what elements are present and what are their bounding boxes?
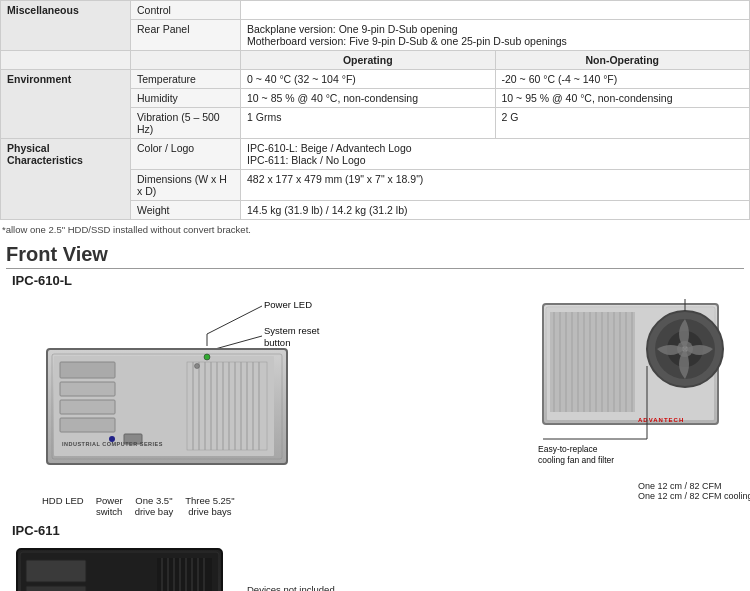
dimensions-subcategory: Dimensions (W x H x D) [131, 170, 241, 201]
weight-value: 14.5 kg (31.9 lb) / 14.2 kg (31.2 lb) [241, 201, 750, 220]
color-subcategory: Color / Logo [131, 139, 241, 170]
fan-12cm-text: One 12 cm / 82 CFM cooling fan [638, 491, 750, 501]
ipc611-area: INDUSTRIAL COMPUTER SERIES Devices not i… [6, 544, 744, 591]
physical-category: Physical Characteristics [1, 139, 131, 220]
svg-text:cooling fan and filter: cooling fan and filter [538, 455, 614, 465]
ipc610-right-svg: ADVANTECH Easy-to-replace cooling fan an… [538, 294, 738, 489]
nonoperating-header: Non-Operating [495, 51, 750, 70]
temp-nonoperating: -20 ~ 60 °C (-4 ~ 140 °F) [495, 70, 750, 89]
color-value: IPC-610-L: Beige / Advantech Logo IPC-61… [241, 139, 750, 170]
svg-point-27 [195, 364, 200, 369]
ipc610-left-diagram: INDUSTRIAL COMPUTER SERIES Power LED Sys… [12, 294, 528, 517]
humidity-subcategory: Humidity [131, 89, 241, 108]
ipc611-svg: INDUSTRIAL COMPUTER SERIES [12, 544, 242, 591]
control-value [241, 1, 750, 20]
svg-rect-21 [60, 382, 115, 396]
reset-button-label: System reset [264, 325, 320, 336]
svg-rect-20 [60, 362, 115, 378]
drive-bay-525-label: Three 5.25"drive bays [185, 495, 234, 517]
misc-category: Miscellaneous [1, 1, 131, 51]
control-subcategory: Control [131, 1, 241, 20]
env-category: Environment [1, 70, 131, 139]
weight-subcategory: Weight [131, 201, 241, 220]
humidity-operating: 10 ~ 85 % @ 40 °C, non-condensing [241, 89, 496, 108]
rearpanel-value: Backplane version: One 9-pin D-Sub openi… [241, 20, 750, 51]
power-switch-label: Powerswitch [96, 495, 123, 517]
drive-bay-35-label: One 3.5"drive bay [135, 495, 174, 517]
rearpanel-subcategory: Rear Panel [131, 20, 241, 51]
svg-point-26 [204, 354, 210, 360]
vibration-nonoperating: 2 G [495, 108, 750, 139]
svg-rect-33 [550, 312, 635, 412]
ipc610-left-svg: INDUSTRIAL COMPUTER SERIES Power LED Sys… [12, 294, 322, 489]
svg-text:ADVANTECH: ADVANTECH [638, 417, 684, 423]
devices-callout-text: Devices not included [247, 584, 335, 591]
vibration-subcategory: Vibration (5 – 500 Hz) [131, 108, 241, 139]
specs-table: Miscellaneous Control Rear Panel Backpla… [0, 0, 750, 220]
svg-rect-72 [26, 586, 86, 591]
ipc610-bottom-labels: HDD LED Powerswitch One 3.5"drive bay Th… [12, 495, 528, 517]
operating-header: Operating [241, 51, 496, 70]
svg-text:INDUSTRIAL COMPUTER SERIES: INDUSTRIAL COMPUTER SERIES [62, 441, 163, 447]
svg-line-1 [207, 306, 262, 334]
svg-rect-71 [26, 560, 86, 582]
footnote: *allow one 2.5" HDD/SSD installed withou… [0, 224, 750, 235]
svg-rect-23 [60, 418, 115, 432]
vibration-operating: 1 Grms [241, 108, 496, 139]
temp-subcategory: Temperature [131, 70, 241, 89]
ipc610-model-label: IPC-610-L [12, 273, 744, 288]
humidity-nonoperating: 10 ~ 95 % @ 40 °C, non-condensing [495, 89, 750, 108]
svg-text:button: button [264, 337, 290, 348]
section-title: Front View [6, 243, 744, 269]
ipc611-model-label: IPC-611 [12, 523, 744, 538]
easy-replace-label: Easy-to-replace [538, 444, 598, 454]
svg-rect-22 [60, 400, 115, 414]
hdd-led-label: HDD LED [42, 495, 84, 506]
temp-operating: 0 ~ 40 °C (32 ~ 104 °F) [241, 70, 496, 89]
power-led-label: Power LED [264, 299, 312, 310]
ipc610-right-diagram: ADVANTECH Easy-to-replace cooling fan an… [538, 294, 738, 517]
dimensions-value: 482 x 177 x 479 mm (19" x 7" x 18.9") [241, 170, 750, 201]
devices-not-included-label: Devices not included [247, 584, 335, 591]
